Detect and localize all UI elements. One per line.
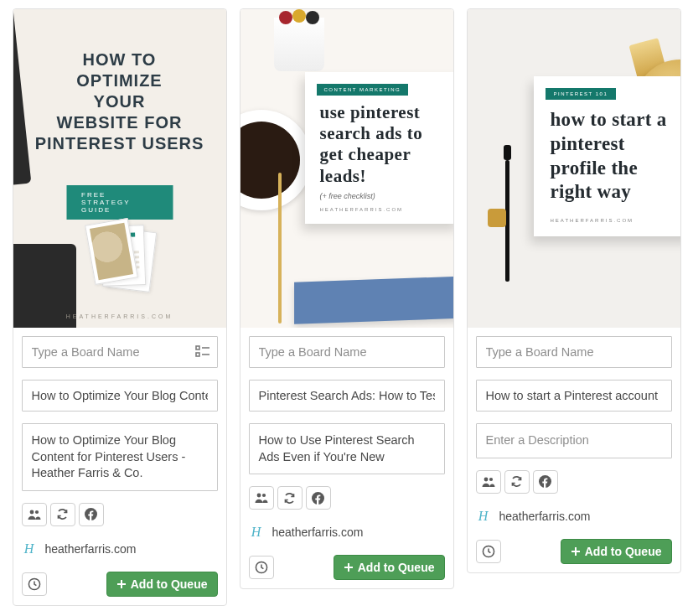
pin-source[interactable]: H heatherfarris.com	[249, 521, 445, 540]
pin-cards-row: HOW TO OPTIMIZE YOUR WEBSITE FOR PINTERE…	[8, 8, 685, 606]
source-favicon: H	[249, 525, 264, 540]
board-name-input[interactable]	[476, 336, 672, 368]
pin-thumbnail[interactable]: CONTENT MARKETING use pinterest search a…	[240, 9, 453, 328]
plus-icon	[116, 579, 127, 589]
share-icon-row	[249, 486, 445, 510]
thumb-site: HEATHERFARRIS.COM	[534, 218, 680, 223]
people-icon[interactable]	[22, 503, 47, 526]
svg-point-16	[484, 477, 488, 481]
thumb-headline: how to start a pinterest profile the rig…	[534, 108, 680, 218]
board-name-input[interactable]	[249, 336, 445, 368]
add-to-queue-label: Add to Queue	[585, 545, 662, 558]
plus-icon	[571, 546, 581, 556]
add-to-queue-label: Add to Queue	[131, 577, 208, 591]
schedule-icon[interactable]	[476, 540, 501, 563]
source-favicon: H	[22, 541, 37, 556]
pin-thumbnail[interactable]: HOW TO OPTIMIZE YOUR WEBSITE FOR PINTERE…	[13, 9, 226, 328]
thumb-subtext: (+ free checklist)	[305, 192, 453, 207]
add-to-queue-button[interactable]: Add to Queue	[561, 539, 672, 564]
pin-title-input[interactable]	[476, 380, 672, 412]
facebook-icon[interactable]	[533, 470, 558, 494]
thumb-site: HEATHERFARRIS.COM	[305, 207, 453, 212]
pin-title-input[interactable]	[22, 380, 218, 412]
svg-point-10	[256, 494, 261, 498]
add-to-queue-button[interactable]: Add to Queue	[334, 555, 445, 580]
schedule-icon[interactable]	[249, 556, 274, 579]
pin-card: HOW TO OPTIMIZE YOUR WEBSITE FOR PINTERE…	[13, 8, 227, 606]
pin-source-text: heatherfarris.com	[499, 510, 591, 523]
thumb-title: HOW TO OPTIMIZE YOUR WEBSITE FOR PINTERE…	[13, 49, 226, 154]
svg-point-17	[489, 477, 492, 480]
thumb-tag: PINTEREST 101	[546, 88, 617, 100]
share-icon-row	[22, 503, 218, 526]
share-icon-row	[476, 470, 672, 494]
svg-point-11	[261, 494, 265, 497]
svg-rect-15	[344, 567, 353, 568]
source-favicon: H	[476, 509, 491, 524]
add-to-queue-label: Add to Queue	[358, 561, 435, 574]
pin-card: PINTEREST 101 how to start a pinterest p…	[467, 8, 681, 573]
svg-rect-21	[571, 551, 580, 552]
refresh-icon[interactable]	[50, 503, 75, 526]
board-name-input[interactable]	[22, 336, 218, 368]
refresh-icon[interactable]	[277, 486, 303, 510]
pin-source[interactable]: H heatherfarris.com	[476, 505, 672, 524]
plus-icon	[344, 562, 354, 572]
pin-source-text: heatherfarris.com	[45, 542, 137, 556]
pin-description-input[interactable]: How to Optimize Your Blog Content for Pi…	[22, 423, 218, 491]
refresh-icon[interactable]	[504, 470, 530, 494]
svg-rect-9	[117, 583, 126, 585]
svg-point-5	[34, 510, 38, 514]
facebook-icon[interactable]	[79, 503, 104, 526]
svg-rect-2	[196, 353, 199, 356]
board-picker-icon[interactable]	[195, 345, 210, 359]
people-icon[interactable]	[476, 470, 501, 494]
svg-rect-0	[196, 346, 199, 349]
schedule-icon[interactable]	[22, 572, 47, 596]
pin-source[interactable]: H heatherfarris.com	[22, 538, 218, 556]
pin-thumbnail[interactable]: PINTEREST 101 how to start a pinterest p…	[468, 9, 680, 328]
thumb-pages-stack	[70, 223, 170, 298]
facebook-icon[interactable]	[306, 486, 331, 510]
thumb-tag: CONTENT MARKETING	[317, 84, 409, 96]
pin-card: CONTENT MARKETING use pinterest search a…	[240, 8, 454, 589]
thumb-tag: FREE STRATEGY GUIDE	[66, 185, 173, 220]
pin-source-text: heatherfarris.com	[272, 525, 364, 539]
people-icon[interactable]	[249, 486, 274, 510]
pin-title-input[interactable]	[249, 380, 445, 412]
thumb-headline: use pinterest search ads to get cheaper …	[305, 102, 453, 192]
add-to-queue-button[interactable]: Add to Queue	[106, 572, 218, 597]
thumb-site: HEATHERFARRIS.COM	[13, 313, 226, 319]
svg-point-4	[29, 510, 34, 514]
pin-description-input[interactable]: How to Use Pinterest Search Ads Even if …	[249, 423, 445, 474]
pin-description-input[interactable]	[476, 423, 672, 458]
